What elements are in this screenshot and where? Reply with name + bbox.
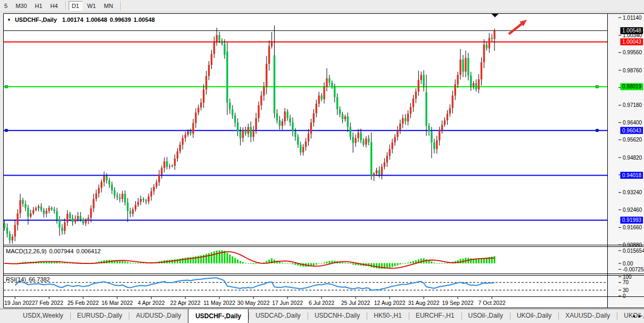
tab-usdchf-daily[interactable]: USDCHF-,Daily bbox=[188, 309, 249, 323]
tab-eurusd-daily[interactable]: EURUSD-,Daily bbox=[70, 309, 129, 323]
toolbar-separator bbox=[120, 1, 121, 11]
time-axis-label: 7 Feb 2022 bbox=[35, 300, 63, 306]
time-axis-label: 7 Oct 2022 bbox=[478, 300, 506, 306]
price-tag-label: 0.98019 bbox=[622, 84, 642, 89]
axis-tick-label: 0 bbox=[623, 293, 626, 299]
time-axis-label: 11 May 2022 bbox=[203, 300, 235, 306]
axis-tick-label: 0.015654 bbox=[623, 248, 644, 254]
axis-tick-label: 0.98760 bbox=[623, 68, 642, 73]
tab-audusd-daily[interactable]: AUDUSD-,Daily bbox=[129, 309, 188, 323]
time-axis-label: 12 Aug 2022 bbox=[374, 300, 406, 306]
price-tag-label: 1.00548 bbox=[622, 28, 642, 34]
macd-label-row: MACD(12,26,9)0.0079440.006412 bbox=[6, 248, 103, 254]
timeframe-toolbar: 5M30H1H4D1W1MN bbox=[0, 0, 644, 12]
axis-tick-label: 0.99560 bbox=[623, 49, 642, 55]
chart-dropdown-icon[interactable]: ▼ bbox=[7, 18, 11, 22]
rsi-label-row: RSI(14)66.7382 bbox=[6, 276, 53, 283]
line-handle[interactable] bbox=[596, 85, 599, 88]
timeframe-button-h4[interactable]: H4 bbox=[47, 1, 61, 11]
timeframe-button-w1[interactable]: W1 bbox=[84, 1, 100, 11]
line-handle[interactable] bbox=[5, 85, 8, 88]
chart-symbol-label: USDCHF-,Daily bbox=[15, 16, 57, 23]
timeframe-button-h1[interactable]: H1 bbox=[32, 1, 46, 11]
rsi-label: RSI(14) bbox=[6, 276, 26, 283]
tab-scroll-right-icon[interactable]: ▸ bbox=[639, 313, 641, 319]
price-tag-label: 0.91993 bbox=[622, 217, 642, 223]
axis-tick-label: -0.007259 bbox=[623, 267, 644, 272]
time-axis-label: 25 Feb 2022 bbox=[68, 300, 99, 306]
axis-tick-label: 70 bbox=[623, 279, 629, 285]
time-axis-label: 6 Jul 2022 bbox=[309, 300, 335, 306]
axis-tick-label: 0.92460 bbox=[623, 207, 642, 213]
line-handle[interactable] bbox=[596, 129, 599, 132]
axis-tick-label: 100 bbox=[623, 274, 632, 280]
time-axis-label: 30 May 2022 bbox=[237, 300, 270, 306]
axis-tick-label: 0.95620 bbox=[623, 137, 642, 143]
tab-scroll-left-icon[interactable]: ◂ bbox=[632, 313, 635, 319]
macd-label: MACD(12,26,9) bbox=[6, 248, 46, 254]
chart-title: ▼USDCHF-,Daily1.001741.006480.996391.005… bbox=[7, 16, 158, 23]
tab-usdcad-daily[interactable]: USDCAD-,Daily bbox=[249, 309, 308, 323]
timeframe-button-5[interactable]: 5 bbox=[1, 1, 11, 11]
time-axis-label: 19 Jan 2022 bbox=[4, 300, 35, 306]
axis-tick-label: 0.00 bbox=[623, 261, 633, 267]
price-tag-label: 0.96043 bbox=[622, 128, 642, 134]
ohlc-low: 0.99639 bbox=[110, 16, 131, 23]
price-tag-label: 0.94018 bbox=[622, 172, 642, 178]
axis-tick-label: 30 bbox=[623, 287, 629, 293]
macd-main-value: 0.007944 bbox=[49, 248, 73, 254]
time-axis-label: 16 Mar 2022 bbox=[102, 300, 133, 306]
ohlc-close: 1.00548 bbox=[134, 16, 155, 23]
timeframe-button-mn[interactable]: MN bbox=[101, 1, 116, 11]
time-axis-label: 4 Apr 2022 bbox=[138, 300, 165, 306]
axis-tick-label: 0.91660 bbox=[623, 225, 642, 230]
time-axis-label: 19 Sep 2022 bbox=[442, 300, 474, 306]
symbol-tab-bar: USDX,WeeklyEURUSD-,DailyAUDUSD-,DailyUSD… bbox=[0, 309, 644, 323]
line-handle[interactable] bbox=[5, 129, 8, 132]
tab-hk50-h1[interactable]: HK50-,H1 bbox=[367, 309, 409, 323]
time-axis-label: 17 Jun 2022 bbox=[272, 300, 303, 306]
tab-usdx-weekly[interactable]: USDX,Weekly bbox=[16, 309, 70, 323]
tab-ukoil-daily[interactable]: UKOil-,Daily bbox=[510, 309, 558, 323]
timeframe-button-d1[interactable]: D1 bbox=[69, 1, 82, 11]
tab-scroll-controls: ◂▸ bbox=[629, 313, 641, 319]
axis-tick-label: 0.97180 bbox=[623, 102, 642, 108]
tab-usdcnh-daily[interactable]: USDCNH-,Daily bbox=[308, 309, 367, 323]
time-axis-label: 25 Jul 2022 bbox=[341, 300, 370, 306]
rsi-value: 66.7382 bbox=[29, 276, 50, 283]
time-axis-label: 31 Aug 2022 bbox=[408, 300, 440, 306]
time-axis-label: 22 Apr 2022 bbox=[170, 300, 201, 306]
axis-tick-label: 1.01140 bbox=[623, 15, 642, 21]
tab-usoil-daily[interactable]: USOil-,Daily bbox=[461, 309, 510, 323]
macd-signal-value: 0.006412 bbox=[76, 248, 101, 254]
ohlc-high: 1.00648 bbox=[86, 16, 108, 23]
tab-xauusd-daily[interactable]: XAUUSD-,Daily bbox=[558, 309, 617, 323]
price-tag-label: 1.00043 bbox=[622, 39, 642, 45]
tab-eurchf-h1[interactable]: EURCHF-,H1 bbox=[409, 309, 461, 323]
axis-tick-label: 0.96400 bbox=[623, 120, 642, 126]
price-chart-canvas[interactable]: 1.011401.003400.995600.987600.979800.971… bbox=[0, 0, 644, 323]
axis-tick-label: 0.93240 bbox=[623, 189, 642, 195]
axis-tick-label: 0.94820 bbox=[623, 155, 642, 161]
ohlc-open: 1.00174 bbox=[62, 16, 84, 23]
axis-tick-label: 0.90880 bbox=[623, 242, 642, 248]
timeframe-button-m30[interactable]: M30 bbox=[12, 1, 30, 11]
toolbar-separator bbox=[65, 1, 66, 11]
